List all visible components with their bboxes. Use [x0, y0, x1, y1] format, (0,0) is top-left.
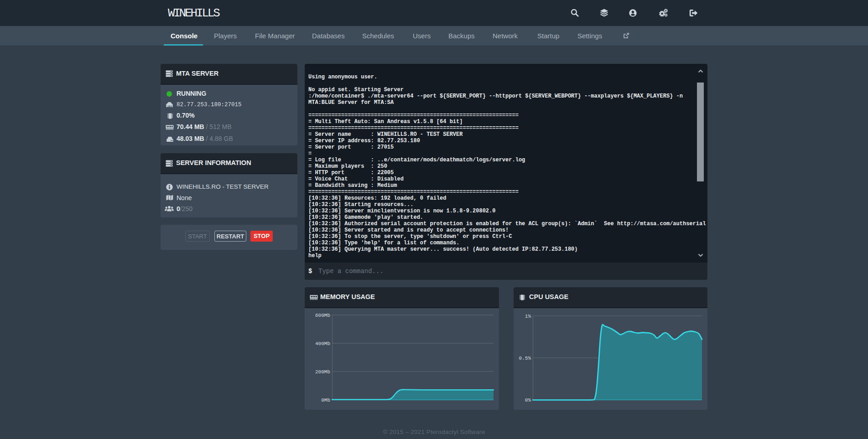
svg-text:1%: 1% — [525, 314, 531, 319]
svg-text:400Mb: 400Mb — [315, 341, 330, 346]
svg-text:200Mb: 200Mb — [315, 369, 330, 375]
svg-text:0.5%: 0.5% — [519, 356, 531, 361]
svg-text:0Mb: 0Mb — [321, 398, 330, 403]
svg-text:0%: 0% — [525, 398, 531, 403]
svg-text:600Mb: 600Mb — [315, 313, 330, 318]
